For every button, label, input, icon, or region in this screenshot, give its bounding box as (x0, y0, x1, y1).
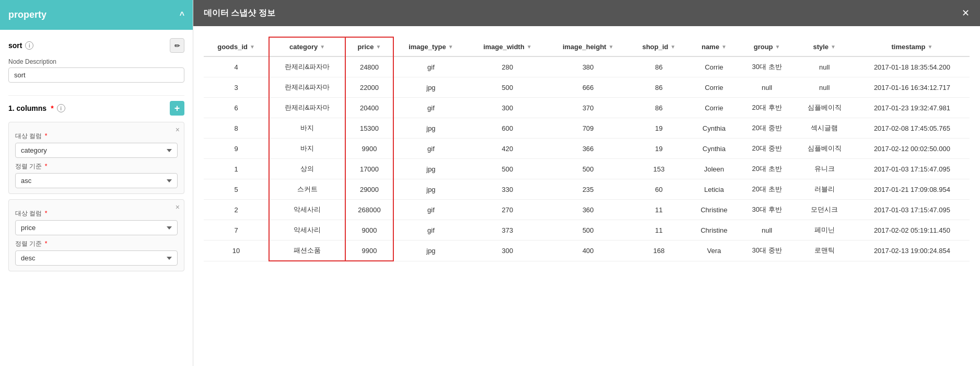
add-icon: + (174, 103, 180, 114)
cell-goods_id: 7 (204, 220, 269, 241)
cell-style: 러블리 (795, 179, 855, 200)
panel-collapse-chevron[interactable]: ^ (180, 10, 184, 20)
cell-shop_id: 86 (629, 77, 689, 98)
cell-timestamp: 2017-01-03 17:15:47.095 (855, 159, 970, 179)
col-label-goods_id: goods_id (217, 43, 248, 51)
col2-sort-select[interactable]: asc desc (15, 250, 178, 266)
columns-label: 1. columns (8, 104, 46, 112)
sort-icon-timestamp: ▼ (927, 44, 932, 50)
cell-category: 패션소품 (269, 241, 345, 261)
col-header-timestamp[interactable]: timestamp▼ (855, 37, 970, 56)
col-header-goods_id[interactable]: goods_id▼ (204, 37, 269, 56)
col2-target-select[interactable]: category price goods_id (15, 220, 178, 235)
col-label-image_type: image_type (409, 43, 446, 51)
cell-image_height: 370 (547, 98, 629, 118)
col-label-image_height: image_height (563, 43, 606, 51)
sort-section-title: sort i ✏ (8, 38, 184, 53)
cell-price: 17000 (345, 159, 393, 179)
col-label-name: name (702, 43, 719, 51)
col-header-price[interactable]: price▼ (345, 37, 393, 56)
column-group-1-close-button[interactable]: × (176, 125, 180, 134)
cell-price: 20400 (345, 98, 393, 118)
cell-image_width: 600 (468, 118, 547, 139)
cell-shop_id: 19 (629, 139, 689, 159)
cell-image_type: gif (393, 98, 468, 118)
table-row: 4란제리&파자마24800gif28038086Corrie30대 초반null… (204, 56, 970, 77)
cell-shop_id: 168 (629, 241, 689, 261)
cell-category: 바지 (269, 139, 345, 159)
cell-image_type: jpg (393, 179, 468, 200)
cell-goods_id: 10 (204, 241, 269, 261)
cell-category: 악세사리 (269, 200, 345, 220)
col-header-category[interactable]: category▼ (269, 37, 345, 56)
cell-image_height: 400 (547, 241, 629, 261)
col-header-image_type[interactable]: image_type▼ (393, 37, 468, 56)
col-label-style: style (813, 43, 829, 51)
node-desc-input[interactable] (8, 67, 184, 83)
columns-section-header: 1. columns * i + (8, 101, 184, 116)
cell-name: Corrie (689, 77, 739, 98)
cell-image_height: 666 (547, 77, 629, 98)
col-header-image_width[interactable]: image_width▼ (468, 37, 547, 56)
cell-timestamp: 2017-01-21 17:09:08.954 (855, 179, 970, 200)
col-header-style[interactable]: style▼ (795, 37, 855, 56)
cell-image_type: gif (393, 200, 468, 220)
table-row: 5스커트29000jpg33023560Leticia20대 초반러블리2017… (204, 179, 970, 200)
cell-category: 스커트 (269, 179, 345, 200)
cell-timestamp: 2017-01-23 19:32:47.981 (855, 98, 970, 118)
cell-shop_id: 86 (629, 56, 689, 77)
cell-price: 9900 (345, 241, 393, 261)
col1-target-select[interactable]: category price goods_id (15, 143, 178, 158)
cell-group: null (740, 77, 795, 98)
col-header-name[interactable]: name▼ (689, 37, 739, 56)
cell-price: 9900 (345, 139, 393, 159)
modal-close-button[interactable]: ✕ (962, 7, 970, 19)
col1-sort-select[interactable]: asc desc (15, 173, 178, 188)
property-panel: property ^ sort i ✏ Node Description 1. … (0, 0, 193, 366)
sort-icon-image_type: ▼ (448, 44, 453, 50)
col-label-shop_id: shop_id (642, 43, 668, 51)
cell-category: 란제리&파자마 (269, 77, 345, 98)
cell-style: 페미닌 (795, 220, 855, 241)
col-label-category: category (289, 43, 318, 51)
table-row: 10패션소품9900jpg300400168Vera30대 중반로맨틱2017-… (204, 241, 970, 261)
col1-target-label: 대상 컬럼 * (15, 132, 178, 141)
cell-goods_id: 6 (204, 98, 269, 118)
col-label-image_width: image_width (483, 43, 524, 51)
sort-icon-group: ▼ (775, 44, 780, 50)
sort-info-icon[interactable]: i (25, 41, 33, 50)
add-column-button[interactable]: + (170, 101, 184, 116)
sort-icon-name: ▼ (721, 44, 727, 50)
cell-image_type: jpg (393, 118, 468, 139)
cell-image_width: 280 (468, 56, 547, 77)
cell-image_width: 500 (468, 159, 547, 179)
table-row: 2악세사리268000gif27036011Christine30대 후반모던시… (204, 200, 970, 220)
col-header-shop_id[interactable]: shop_id▼ (629, 37, 689, 56)
cell-goods_id: 5 (204, 179, 269, 200)
cell-category: 란제리&파자마 (269, 98, 345, 118)
column-group-2-close-button[interactable]: × (176, 203, 180, 211)
cell-timestamp: 2017-02-02 05:19:11.450 (855, 220, 970, 241)
modal-title: 데이터 스냅샷 정보 (204, 8, 275, 19)
cell-image_type: jpg (393, 77, 468, 98)
cell-shop_id: 60 (629, 179, 689, 200)
cell-style: null (795, 77, 855, 98)
cell-shop_id: 11 (629, 200, 689, 220)
cell-group: null (740, 220, 795, 241)
col-header-group[interactable]: group▼ (740, 37, 795, 56)
columns-info-icon[interactable]: i (57, 104, 65, 112)
panel-body: sort i ✏ Node Description 1. columns * i… (0, 30, 193, 366)
cell-image_height: 366 (547, 139, 629, 159)
cell-category: 란제리&파자마 (269, 56, 345, 77)
cell-price: 9000 (345, 220, 393, 241)
cell-timestamp: 2017-01-03 17:15:47.095 (855, 200, 970, 220)
sort-icon-goods_id: ▼ (250, 44, 255, 50)
col-header-image_height[interactable]: image_height▼ (547, 37, 629, 56)
cell-image_width: 300 (468, 98, 547, 118)
cell-group: 30대 중반 (740, 241, 795, 261)
cell-name: Joleen (689, 159, 739, 179)
col-label-group: group (754, 43, 773, 51)
cell-image_type: jpg (393, 159, 468, 179)
cell-group: 20대 초반 (740, 179, 795, 200)
sort-edit-button[interactable]: ✏ (170, 38, 184, 53)
